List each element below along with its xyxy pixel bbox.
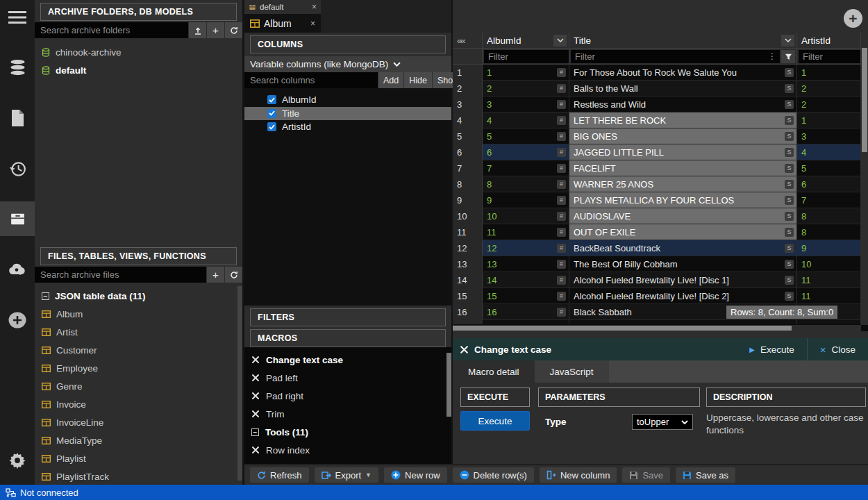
close-tab-icon[interactable]: × bbox=[312, 2, 317, 12]
close-tab-icon[interactable]: × bbox=[310, 19, 315, 28]
cell-artistid[interactable]: 3 bbox=[797, 128, 861, 144]
cell-artistid[interactable]: 6 bbox=[797, 176, 861, 192]
collapse-group-icon[interactable]: − bbox=[251, 428, 259, 436]
macro-item[interactable]: Change text case bbox=[244, 351, 451, 369]
save-button[interactable]: Save bbox=[622, 467, 670, 483]
table-item-mediatype[interactable]: MediaType bbox=[35, 431, 242, 449]
search-archive-files-input[interactable] bbox=[35, 267, 206, 283]
tab-album[interactable]: Album × bbox=[244, 14, 321, 33]
row-number-cell[interactable]: 7 bbox=[453, 160, 483, 176]
cell-artistid[interactable]: 1 bbox=[797, 65, 861, 81]
close-macro-button[interactable]: × Close bbox=[807, 338, 868, 360]
files-scrollbar[interactable] bbox=[237, 286, 242, 481]
execute-macro-button[interactable]: ▶ Execute bbox=[737, 338, 806, 360]
cell-artistid[interactable]: 7 bbox=[797, 192, 861, 208]
row-number-cell[interactable]: 2 bbox=[453, 81, 483, 97]
row-number-cell[interactable]: 15 bbox=[453, 288, 483, 304]
macro-item[interactable]: Pad left bbox=[244, 369, 451, 387]
cell-albumid[interactable]: 1# bbox=[483, 65, 569, 81]
macro-item[interactable]: Trim bbox=[244, 405, 451, 423]
cell-artistid[interactable]: 2 bbox=[797, 81, 861, 97]
table-item-invoiceline[interactable]: InvoiceLine bbox=[35, 413, 242, 431]
add-connection-button[interactable] bbox=[0, 303, 35, 338]
filter-menu-icon[interactable]: ⋮ bbox=[765, 51, 780, 61]
files-group-item[interactable]: −JSON table data (11) bbox=[35, 287, 242, 305]
cell-albumid[interactable]: 15# bbox=[483, 288, 569, 304]
cell-albumid[interactable]: 16# bbox=[483, 304, 569, 320]
tab-default[interactable]: default × bbox=[244, 0, 321, 14]
archive-folder-item[interactable]: chinook-archive bbox=[35, 43, 242, 61]
table-row[interactable]: 1414#Alcohol Fueled Brewtality Live! [Di… bbox=[453, 272, 868, 288]
filter-funnel-button[interactable] bbox=[781, 50, 795, 63]
table-row[interactable]: 1111#OUT OF EXILES8 bbox=[453, 224, 868, 240]
checkbox-checked-icon[interactable] bbox=[267, 95, 276, 104]
row-number-cell[interactable]: 4 bbox=[453, 112, 483, 128]
menu-button[interactable] bbox=[0, 0, 35, 35]
row-number-cell[interactable]: 14 bbox=[453, 272, 483, 288]
cell-albumid[interactable]: 10# bbox=[483, 208, 569, 224]
table-row[interactable]: 1010#AUDIOSLAVES8 bbox=[453, 208, 868, 224]
cell-title[interactable]: FACELIFTS bbox=[569, 160, 797, 176]
table-item-customer[interactable]: Customer bbox=[35, 341, 242, 359]
delete-rows-button[interactable]: Delete row(s) bbox=[453, 467, 534, 483]
row-number-cell[interactable]: 9 bbox=[453, 192, 483, 208]
cell-artistid[interactable]: 9 bbox=[797, 240, 861, 256]
add-column-button[interactable]: Add bbox=[378, 72, 403, 88]
tab-javascript[interactable]: JavaScript bbox=[535, 360, 609, 383]
filter-input-albumid[interactable] bbox=[484, 50, 569, 63]
table-row[interactable]: 66#JAGGED LITTLE PILLS4 bbox=[453, 144, 868, 160]
tab-macro-detail[interactable]: Macro detail bbox=[453, 360, 535, 383]
table-item-genre[interactable]: Genre bbox=[35, 377, 242, 395]
row-number-cell[interactable]: 13 bbox=[453, 256, 483, 272]
table-item-playlisttrack[interactable]: PlaylistTrack bbox=[35, 467, 242, 485]
table-row[interactable]: 55#BIG ONESS3 bbox=[453, 128, 868, 144]
cell-title[interactable]: WARNER 25 ANOSS bbox=[569, 176, 797, 192]
table-item-album[interactable]: Album bbox=[35, 305, 242, 323]
cell-title[interactable]: PLAYS METALLICA BY FOUR CELLOSS bbox=[569, 192, 797, 208]
cell-title[interactable]: For Those About To Rock We Salute YouS bbox=[569, 65, 797, 81]
cell-title[interactable]: BIG ONESS bbox=[569, 128, 797, 144]
macros-scrollbar[interactable] bbox=[446, 353, 451, 417]
filter-input-artistid[interactable] bbox=[799, 50, 861, 63]
checkbox-checked-icon[interactable] bbox=[267, 109, 276, 118]
cell-title[interactable]: JAGGED LITTLE PILLS bbox=[569, 144, 797, 160]
column-checkbox-row-albumid[interactable]: AlbumId bbox=[244, 93, 451, 107]
cell-title[interactable]: Alcohol Fueled Brewtality Live! [Disc 1]… bbox=[569, 272, 797, 288]
cell-artistid[interactable]: 8 bbox=[797, 224, 861, 240]
table-row[interactable]: 22#Balls to the WallS2 bbox=[453, 81, 868, 97]
add-file-button[interactable]: + bbox=[207, 267, 224, 283]
sidebar-item-cloud-search[interactable] bbox=[0, 252, 35, 287]
checkbox-checked-icon[interactable] bbox=[267, 122, 276, 131]
cell-artistid[interactable]: 10 bbox=[797, 256, 861, 272]
row-number-cell[interactable]: 16 bbox=[453, 304, 483, 320]
archive-folder-item[interactable]: default bbox=[35, 61, 242, 79]
macro-item[interactable]: −Tools (11) bbox=[244, 423, 451, 441]
macro-item[interactable]: Pad right bbox=[244, 387, 451, 405]
cell-title[interactable]: The Best Of Billy CobhamS bbox=[569, 256, 797, 272]
cell-albumid[interactable]: 5# bbox=[483, 128, 569, 144]
cell-title[interactable]: BackBeat SoundtrackS bbox=[569, 240, 797, 256]
cell-title[interactable]: LET THERE BE ROCKS bbox=[569, 112, 797, 128]
column-header-albumid[interactable]: AlbumId bbox=[483, 33, 569, 49]
cell-title[interactable]: AUDIOSLAVES bbox=[569, 208, 797, 224]
row-number-cell[interactable]: 10 bbox=[453, 208, 483, 224]
table-row[interactable]: 33#Restless and WildS2 bbox=[453, 97, 868, 112]
cell-artistid[interactable]: 11 bbox=[797, 272, 861, 288]
param-type-select[interactable]: toUpper bbox=[632, 414, 693, 430]
row-number-cell[interactable]: 5 bbox=[453, 128, 483, 144]
settings-button[interactable] bbox=[0, 443, 35, 478]
vscroll-thumb[interactable] bbox=[862, 48, 867, 152]
new-row-button[interactable]: New row bbox=[384, 467, 447, 483]
cell-artistid[interactable]: 1 bbox=[797, 112, 861, 128]
table-item-artist[interactable]: Artist bbox=[35, 323, 242, 341]
sidebar-item-archive[interactable] bbox=[0, 201, 35, 236]
add-folder-button[interactable]: + bbox=[207, 22, 224, 38]
column-header-artistid[interactable]: ArtistId bbox=[797, 33, 861, 49]
row-number-cell[interactable]: 3 bbox=[453, 97, 483, 112]
table-row[interactable]: 11#For Those About To Rock We Salute You… bbox=[453, 65, 868, 81]
cell-albumid[interactable]: 6# bbox=[483, 144, 569, 160]
cell-artistid[interactable]: 2 bbox=[797, 97, 861, 112]
cell-artistid[interactable]: 4 bbox=[797, 144, 861, 160]
cell-title[interactable]: Restless and WildS bbox=[569, 97, 797, 112]
cell-artistid[interactable]: 8 bbox=[797, 208, 861, 224]
